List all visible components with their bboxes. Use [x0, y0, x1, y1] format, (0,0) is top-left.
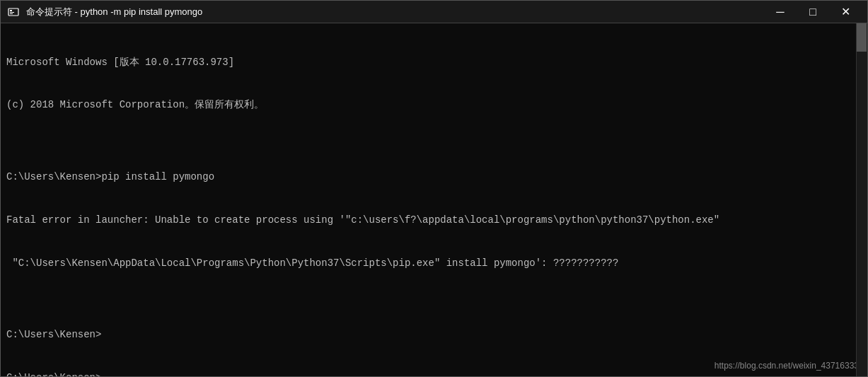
terminal-body[interactable]: Microsoft Windows [版本 10.0.17763.973] (c… [1, 23, 867, 376]
svg-rect-1 [10, 10, 12, 11]
window-controls: ─ □ ✕ [764, 1, 862, 23]
svg-rect-3 [10, 13, 13, 14]
title-bar: 命令提示符 - python -m pip install pymongo ─ … [1, 1, 867, 23]
maximize-button[interactable]: □ [797, 1, 829, 23]
terminal-line-8: C:\Users\Kensen> [6, 327, 862, 342]
window-icon [6, 5, 21, 19]
watermark: https://blog.csdn.net/weixin_43716333 [714, 361, 859, 371]
scrollbar[interactable] [856, 23, 867, 376]
terminal-line-2: (c) 2018 Microsoft Corporation。保留所有权利。 [6, 98, 862, 112]
terminal-line-5: Fatal error in launcher: Unable to creat… [6, 213, 862, 227]
scrollbar-thumb[interactable] [857, 23, 867, 52]
terminal-content: Microsoft Windows [版本 10.0.17763.973] (c… [6, 26, 862, 376]
cmd-window: 命令提示符 - python -m pip install pymongo ─ … [0, 0, 868, 377]
terminal-line-6: "C:\Users\Kensen\AppData\Local\Programs\… [6, 256, 862, 270]
minimize-button[interactable]: ─ [764, 1, 797, 23]
terminal-line-9: C:\Users\Kensen> [6, 371, 862, 376]
title-text: 命令提示符 - python -m pip install pymongo [26, 6, 764, 18]
close-button[interactable]: ✕ [829, 1, 862, 23]
terminal-line-4: C:\Users\Kensen>pip install pymongo [6, 170, 862, 184]
terminal-line-1: Microsoft Windows [版本 10.0.17763.973] [6, 55, 862, 69]
svg-rect-2 [10, 12, 14, 13]
